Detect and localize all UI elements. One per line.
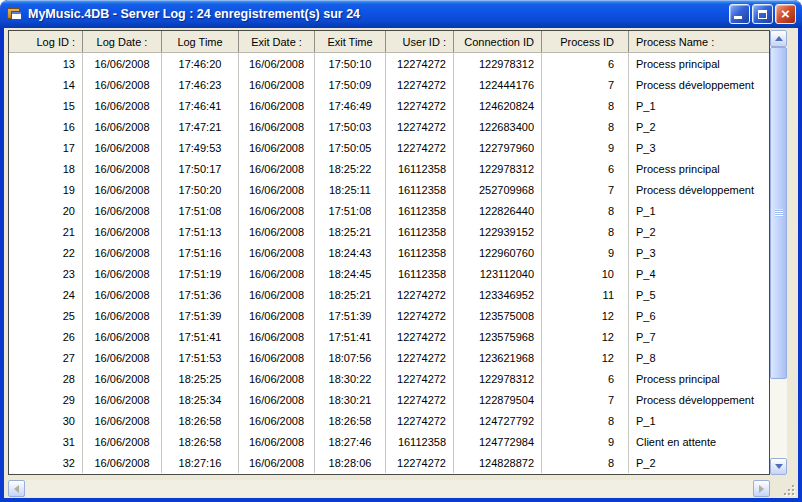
- cell-connection_id: 124620824: [454, 95, 542, 116]
- cell-user_id: 12274272: [386, 305, 454, 326]
- vertical-scrollbar[interactable]: [770, 30, 787, 475]
- table-row[interactable]: 2716/06/200817:51:5316/06/200818:07:5612…: [9, 347, 769, 368]
- cell-log_time: 17:51:36: [162, 284, 239, 305]
- cell-connection_id: 122978312: [454, 53, 542, 74]
- vertical-scroll-track[interactable]: [770, 47, 787, 458]
- cell-exit_time: 17:51:08: [315, 200, 386, 221]
- cell-exit_time: 17:51:41: [315, 326, 386, 347]
- cell-process_id: 8: [542, 200, 629, 221]
- cell-exit_time: 17:51:39: [315, 305, 386, 326]
- table-row[interactable]: 2016/06/200817:51:0816/06/200817:51:0816…: [9, 200, 769, 221]
- cell-log_time: 18:26:58: [162, 431, 239, 452]
- table-body: 1316/06/200817:46:2016/06/200817:50:1012…: [9, 53, 769, 474]
- cell-user_id: 16112358: [386, 263, 454, 284]
- scroll-down-button[interactable]: [770, 458, 787, 475]
- arrow-up-icon: [775, 36, 783, 41]
- table-row[interactable]: 1416/06/200817:46:2316/06/200817:50:0912…: [9, 74, 769, 95]
- table-row[interactable]: 2816/06/200818:25:2516/06/200818:30:2212…: [9, 368, 769, 389]
- close-button[interactable]: ×: [775, 4, 796, 24]
- horizontal-scrollbar[interactable]: [8, 480, 770, 497]
- cell-log_time: 17:51:39: [162, 305, 239, 326]
- table-row[interactable]: 2516/06/200817:51:3916/06/200817:51:3912…: [9, 305, 769, 326]
- maximize-button[interactable]: [752, 4, 773, 24]
- cell-log_time: 17:51:16: [162, 242, 239, 263]
- column-header-exit_date[interactable]: Exit Date :: [239, 31, 315, 52]
- table-row[interactable]: 1916/06/200817:50:2016/06/200818:25:1116…: [9, 179, 769, 200]
- column-header-user_id[interactable]: User ID :: [386, 31, 454, 52]
- cell-log_time: 17:51:53: [162, 347, 239, 368]
- cell-process_id: 12: [542, 326, 629, 347]
- cell-process_name: P_2: [629, 452, 769, 473]
- cell-connection_id: 123112040: [454, 263, 542, 284]
- cell-user_id: 12274272: [386, 95, 454, 116]
- column-header-process_name[interactable]: Process Name :: [629, 31, 769, 52]
- maximize-icon: [758, 10, 767, 19]
- scroll-up-button[interactable]: [770, 30, 787, 47]
- cell-connection_id: 252709968: [454, 179, 542, 200]
- table-row[interactable]: 1516/06/200817:46:4116/06/200817:46:4912…: [9, 95, 769, 116]
- arrow-right-icon: [759, 485, 764, 493]
- table-row[interactable]: 2216/06/200817:51:1616/06/200818:24:4316…: [9, 242, 769, 263]
- cell-log_date: 16/06/2008: [83, 305, 162, 326]
- cell-connection_id: 122939152: [454, 221, 542, 242]
- horizontal-scroll-track[interactable]: [25, 480, 753, 497]
- table-row[interactable]: 3016/06/200818:26:5816/06/200818:26:5812…: [9, 410, 769, 431]
- table-row[interactable]: 2116/06/200817:51:1316/06/200818:25:2116…: [9, 221, 769, 242]
- cell-log_date: 16/06/2008: [83, 452, 162, 473]
- thumb-grip-icon: [775, 210, 783, 217]
- column-header-log_time[interactable]: Log Time: [162, 31, 239, 52]
- table-row[interactable]: 1816/06/200817:50:1716/06/200818:25:2216…: [9, 158, 769, 179]
- cell-log_id: 26: [9, 326, 83, 347]
- scroll-left-button[interactable]: [8, 480, 25, 497]
- column-header-log_date[interactable]: Log Date :: [83, 31, 162, 52]
- cell-process_id: 8: [542, 221, 629, 242]
- cell-process_name: P_1: [629, 200, 769, 221]
- cell-log_time: 18:27:16: [162, 452, 239, 473]
- cell-exit_time: 18:24:43: [315, 242, 386, 263]
- table-row[interactable]: 2916/06/200818:25:3416/06/200818:30:2112…: [9, 389, 769, 410]
- table-row[interactable]: 1316/06/200817:46:2016/06/200817:50:1012…: [9, 53, 769, 74]
- scroll-right-button[interactable]: [753, 480, 770, 497]
- cell-process_name: P_4: [629, 263, 769, 284]
- column-header-exit_time[interactable]: Exit Time: [315, 31, 386, 52]
- cell-exit_time: 18:07:56: [315, 347, 386, 368]
- cell-exit_date: 16/06/2008: [239, 431, 315, 452]
- cell-user_id: 12274272: [386, 347, 454, 368]
- cell-exit_time: 17:50:03: [315, 116, 386, 137]
- column-header-process_id[interactable]: Process ID: [542, 31, 629, 52]
- cell-user_id: 12274272: [386, 116, 454, 137]
- title-bar[interactable]: MyMusic.4DB - Server Log : 24 enregistre…: [0, 0, 802, 28]
- cell-user_id: 12274272: [386, 452, 454, 473]
- app-icon[interactable]: [7, 6, 23, 22]
- column-header-log_id[interactable]: Log ID :: [9, 31, 83, 52]
- vertical-scroll-thumb[interactable]: [770, 47, 787, 379]
- table-row[interactable]: 1616/06/200817:47:2116/06/200817:50:0312…: [9, 116, 769, 137]
- cell-log_id: 18: [9, 158, 83, 179]
- table-row[interactable]: 2316/06/200817:51:1916/06/200818:24:4516…: [9, 263, 769, 284]
- resize-grip[interactable]: [780, 481, 795, 496]
- cell-process_id: 9: [542, 242, 629, 263]
- cell-exit_date: 16/06/2008: [239, 95, 315, 116]
- cell-log_time: 17:51:19: [162, 263, 239, 284]
- cell-process_name: Process développement: [629, 389, 769, 410]
- cell-exit_date: 16/06/2008: [239, 116, 315, 137]
- cell-log_time: 17:46:20: [162, 53, 239, 74]
- table-row[interactable]: 1716/06/200817:49:5316/06/200817:50:0512…: [9, 137, 769, 158]
- cell-exit_date: 16/06/2008: [239, 347, 315, 368]
- cell-exit_date: 16/06/2008: [239, 284, 315, 305]
- table-row[interactable]: 3116/06/200818:26:5816/06/200818:27:4616…: [9, 431, 769, 452]
- minimize-button[interactable]: [729, 4, 750, 24]
- table-row[interactable]: 2616/06/200817:51:4116/06/200817:51:4112…: [9, 326, 769, 347]
- cell-process_name: Client en attente: [629, 431, 769, 452]
- table-header: Log ID :Log Date :Log TimeExit Date :Exi…: [9, 31, 769, 53]
- cell-log_date: 16/06/2008: [83, 263, 162, 284]
- cell-log_date: 16/06/2008: [83, 95, 162, 116]
- table-row[interactable]: 3216/06/200818:27:1616/06/200818:28:0612…: [9, 452, 769, 473]
- table-row[interactable]: 2416/06/200817:51:3616/06/200818:25:2112…: [9, 284, 769, 305]
- column-header-connection_id[interactable]: Connection ID: [454, 31, 542, 52]
- cell-exit_time: 18:25:11: [315, 179, 386, 200]
- cell-log_id: 24: [9, 284, 83, 305]
- cell-connection_id: 124772984: [454, 431, 542, 452]
- arrow-down-icon: [775, 464, 783, 469]
- cell-user_id: 12274272: [386, 326, 454, 347]
